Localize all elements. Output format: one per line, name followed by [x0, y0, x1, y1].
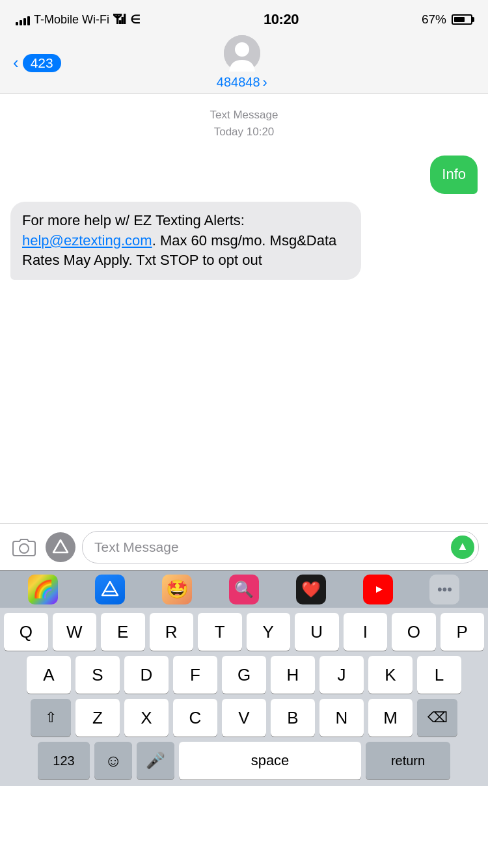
key-q[interactable]: Q: [4, 613, 48, 651]
key-row-3: ⇧ Z X C V B N M ⌫: [4, 699, 484, 737]
status-left: T-Mobile Wi-Fi 📶︎ ∈: [16, 12, 141, 27]
key-t[interactable]: T: [198, 613, 242, 651]
send-arrow-icon: ▲: [457, 539, 468, 553]
key-j[interactable]: J: [319, 656, 364, 694]
contact-number[interactable]: 484848 ›: [217, 74, 267, 91]
key-r[interactable]: R: [150, 613, 194, 651]
key-g[interactable]: G: [222, 656, 266, 694]
space-key[interactable]: space: [179, 742, 361, 780]
signal-icon: [16, 14, 30, 25]
keyboard: Q W E R T Y U I O P A S D F G H J K L ⇧ …: [0, 608, 488, 786]
received-message-prefix: For more help w/ EZ Texting Alerts:: [22, 212, 245, 228]
key-d[interactable]: D: [124, 656, 169, 694]
emoji-key[interactable]: ☺: [94, 742, 132, 780]
back-button[interactable]: ‹ 423: [13, 53, 61, 73]
key-c[interactable]: C: [173, 699, 217, 737]
key-z[interactable]: Z: [75, 699, 120, 737]
memoji-app-icon[interactable]: 🤩: [162, 575, 192, 604]
suggestion-bar: 🌈 🤩 🔍 ❤️ •••: [0, 570, 488, 608]
key-y[interactable]: Y: [247, 613, 291, 651]
svg-point-1: [235, 42, 249, 57]
email-link[interactable]: help@eztexting.com: [22, 232, 152, 249]
key-n[interactable]: N: [319, 699, 364, 737]
avatar: [224, 35, 260, 72]
message-type-label: Text Message: [10, 107, 478, 124]
key-u[interactable]: U: [295, 613, 339, 651]
return-key[interactable]: return: [366, 742, 450, 780]
key-a[interactable]: A: [27, 656, 71, 694]
key-f[interactable]: F: [173, 656, 217, 694]
appstore-icon: [101, 580, 119, 599]
camera-icon: [12, 537, 36, 557]
key-o[interactable]: O: [392, 613, 436, 651]
key-m[interactable]: M: [368, 699, 413, 737]
back-badge: 423: [23, 54, 61, 72]
key-k[interactable]: K: [368, 656, 413, 694]
key-p[interactable]: P: [441, 613, 485, 651]
clock: 10:20: [264, 11, 299, 28]
key-i[interactable]: I: [344, 613, 388, 651]
key-h[interactable]: H: [271, 656, 315, 694]
back-arrow-icon: ‹: [13, 53, 19, 73]
key-row-2: A S D F G H J K L: [4, 656, 484, 694]
key-row-4: 123 ☺ 🎤 space return: [4, 742, 484, 780]
numbers-key[interactable]: 123: [38, 742, 90, 780]
key-s[interactable]: S: [75, 656, 120, 694]
status-bar: T-Mobile Wi-Fi 📶︎ ∈ 10:20 67%: [0, 0, 488, 35]
svg-point-2: [20, 544, 29, 553]
more-apps-icon[interactable]: •••: [429, 575, 459, 604]
input-bar: Text Message ▲: [0, 523, 488, 570]
wifi-icon: 📶︎: [113, 12, 126, 27]
carrier-label: T-Mobile Wi-Fi: [34, 13, 109, 27]
message-input-wrapper: Text Message ▲: [82, 531, 479, 563]
appstore-app-icon[interactable]: [95, 575, 125, 604]
wifi-symbol: ∈: [130, 12, 141, 27]
battery-percent: 67%: [422, 12, 446, 27]
key-v[interactable]: V: [222, 699, 266, 737]
heart-app-icon[interactable]: ❤️: [296, 575, 326, 604]
sent-message-text: Info: [442, 166, 466, 182]
message-row: For more help w/ EZ Texting Alerts: help…: [10, 202, 478, 280]
status-right: 67%: [422, 12, 472, 27]
message-time-header: Text Message Today 10:20: [10, 107, 478, 140]
youtube-icon: [368, 582, 388, 597]
received-bubble: For more help w/ EZ Texting Alerts: help…: [10, 202, 361, 280]
app-drawer-button[interactable]: [46, 532, 75, 562]
key-x[interactable]: X: [124, 699, 169, 737]
message-date-label: Today 10:20: [10, 124, 478, 141]
apps-icon: [52, 539, 69, 556]
nav-bar: ‹ 423 484848 ›: [0, 35, 488, 94]
sent-bubble: Info: [430, 156, 478, 194]
send-button[interactable]: ▲: [451, 536, 474, 559]
chevron-icon: ›: [263, 74, 267, 91]
key-e[interactable]: E: [101, 613, 145, 651]
shift-key[interactable]: ⇧: [31, 699, 71, 737]
youtube-app-icon[interactable]: [363, 575, 393, 604]
key-b[interactable]: B: [271, 699, 315, 737]
contact-info[interactable]: 484848 ›: [217, 35, 267, 91]
messages-area: Text Message Today 10:20 Info For more h…: [0, 94, 488, 523]
search-app-icon[interactable]: 🔍: [229, 575, 259, 604]
camera-button[interactable]: [9, 532, 39, 562]
key-w[interactable]: W: [53, 613, 97, 651]
message-row: Info: [10, 156, 478, 194]
key-row-1: Q W E R T Y U I O P: [4, 613, 484, 651]
suggestion-apps: 🌈 🤩 🔍 ❤️ •••: [7, 575, 481, 604]
photos-app-icon[interactable]: 🌈: [28, 575, 58, 604]
mic-key[interactable]: 🎤: [137, 742, 174, 780]
key-l[interactable]: L: [417, 656, 461, 694]
delete-key[interactable]: ⌫: [417, 699, 457, 737]
message-input[interactable]: Text Message: [94, 539, 179, 555]
battery-icon: [452, 14, 472, 25]
